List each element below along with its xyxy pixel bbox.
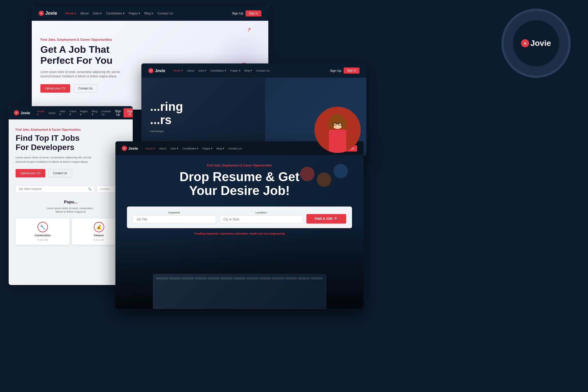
card2-nav-about[interactable]: About (187, 69, 194, 72)
card1-contact-button[interactable]: Contact Us (74, 84, 98, 93)
card2-nav-contact[interactable]: Contact Us (256, 69, 269, 72)
card3-nav-pages[interactable]: Pages ▾ (80, 110, 88, 116)
construction-icon: 🔧 (40, 224, 46, 230)
construction-count: 6 new Job (37, 239, 48, 241)
card3-upload-cv-button[interactable]: Upload your CV (16, 169, 45, 177)
card4-tagline: Find Jobs, Employment & Career Opportuni… (127, 164, 352, 167)
card1-upload-cv-button[interactable]: Upload your CV (40, 84, 70, 93)
card3-nav-contact[interactable]: Contact Us (101, 110, 111, 116)
finance-icon: 💰 (96, 224, 102, 230)
card2-nav-candidates[interactable]: Candidates ▾ (210, 69, 226, 72)
finance-count: 6 new Job (93, 239, 104, 241)
construction-name: Construction (35, 234, 51, 237)
card4-brand-icon: n (122, 146, 127, 151)
card2-body: ...ring ...rs mod tempor (141, 78, 366, 156)
card4-content: Find Jobs, Employment & Career Opportuni… (115, 155, 364, 244)
category-construction[interactable]: 🔧 Construction 6 new Job (16, 218, 70, 245)
woman-svg (314, 107, 361, 153)
card2-nav-jobs[interactable]: Jobs ▾ (198, 69, 206, 72)
card3-popular-title: Popu... (16, 200, 126, 204)
card3-description: Lorem ipsum dolor sit amet, consectetur … (16, 155, 102, 164)
construction-icon-wrap: 🔧 (38, 222, 48, 232)
card2-nav-pages[interactable]: Pages ▾ (230, 69, 240, 72)
card3-popular-section: Popu... Lorem ipsum dolor sit amet, cons… (16, 200, 126, 245)
brand-icon: n (521, 39, 529, 47)
card3-nav-home[interactable]: Home ▾ (37, 110, 44, 116)
card3-search-icon: 🔍 (88, 187, 91, 191)
card3-popular-desc: Lorem ipsum dolor sit amet, consectetur.… (16, 207, 126, 214)
card3-brand-icon: n (14, 110, 19, 115)
card1-nav-links: Home ▾ About Jobs ▾ Candidates ▾ Pages ▾… (65, 12, 227, 15)
card2-nav-blog[interactable]: Blog ▾ (244, 69, 252, 72)
card2-signup-button[interactable]: Sign Up (330, 69, 341, 72)
woman-portrait (314, 107, 361, 153)
card1-nav-actions: Sign Up Sign In (232, 10, 261, 16)
card1-nav-about[interactable]: About (80, 12, 89, 15)
card3-nav-actions: Sign Up Sign In (115, 108, 133, 117)
card4-title: Drop Resume & Get Your Desire Job! (127, 170, 352, 198)
keyword-label: Keyword: (133, 211, 216, 214)
card2-screenshot: n Jovie Home ▾ About Jobs ▾ Candidates ▾… (141, 63, 366, 156)
card2-content: ...ring ...rs mod tempor (141, 78, 309, 156)
card1-title: Get A Job That Perfect For You (40, 44, 179, 66)
card1-nav-pages[interactable]: Pages ▾ (129, 12, 140, 15)
card2-nav-links: Home ▾ About Jobs ▾ Candidates ▾ Pages ▾… (173, 69, 325, 72)
svg-rect-9 (329, 130, 346, 153)
find-job-button[interactable]: FIND A JOB 🔍 (306, 214, 346, 224)
location-field[interactable] (220, 215, 303, 224)
card1-signup-button[interactable]: Sign Up (232, 12, 243, 15)
card2-brand-icon: n (148, 68, 153, 73)
card3-screenshot: n Jovie Home ▾ About Jobs ▾ Cand ▾ Pages… (9, 106, 133, 285)
card3-nav-jobs[interactable]: Jobs ▾ (59, 110, 65, 116)
card3-title: Find Top IT Jobs For Developers (16, 134, 126, 152)
card1-nav-contact[interactable]: Contact Us (157, 12, 173, 15)
card3-buttons: Upload your CV Contact Us (16, 169, 126, 177)
keyword-field[interactable] (133, 215, 216, 224)
brand-logo: n Jovie (521, 39, 551, 48)
card1-brand-icon: n (39, 11, 44, 16)
search-icon: 🔍 (334, 217, 338, 221)
card3-category-cards: 🔧 Construction 6 new Job 💰 Finance 6 new… (16, 218, 126, 245)
card2-brand: n Jovie (148, 68, 165, 73)
card3-keyword-input[interactable] (19, 187, 86, 190)
card3-search-box: 🔍 Location (16, 185, 126, 193)
card3-nav-about[interactable]: About (48, 110, 56, 116)
card1-nav-home[interactable]: Home ▾ (65, 12, 76, 15)
keyword-group: Keyword: (133, 211, 216, 224)
card2-title: ...ring ...rs (150, 100, 300, 127)
card4-brand: n Jovie (122, 146, 138, 151)
card3-tagline: Find Jobs, Employment & Career Opportuni… (16, 128, 126, 131)
card3-signup-button[interactable]: Sign Up (115, 109, 121, 116)
card4-trending: Trending Keywords: Automotive, Education… (127, 232, 352, 235)
card3-nav-links: Home ▾ About Jobs ▾ Cand ▾ Pages ▾ Blog … (37, 110, 111, 116)
card1-nav-jobs[interactable]: Jobs ▾ (93, 12, 102, 15)
keyboard-visual (153, 274, 326, 309)
location-label: Location: (220, 211, 303, 214)
card2-right-image (309, 78, 366, 156)
card2-signin-button[interactable]: Sign In (344, 67, 359, 74)
card2-nav-home[interactable]: Home ▾ (173, 69, 183, 72)
card1-description: Lorem ipsum dolor sit amet, consectetur … (40, 70, 127, 78)
card4-search-form: Keyword: Location: FIND A JOB 🔍 (127, 207, 352, 228)
svg-point-11 (328, 118, 334, 130)
card1-nav-candidates[interactable]: Candidates ▾ (106, 12, 125, 15)
card3-signin-button[interactable]: Sign In (123, 108, 133, 117)
card1-navbar: n Jovie Home ▾ About Jobs ▾ Candidates ▾… (32, 6, 268, 21)
card3-keyword-input-wrap: 🔍 (16, 185, 95, 193)
card1-signin-button[interactable]: Sign In (246, 10, 261, 16)
brand-circle: n Jovie (501, 9, 571, 78)
card1-tagline: Find Jobs, Employment & Career Opportuni… (40, 38, 179, 41)
card3-contact-button[interactable]: Contact Us (48, 169, 72, 177)
finance-icon-wrap: 💰 (94, 222, 104, 232)
card2-nav-actions: Sign Up Sign In (330, 67, 359, 74)
card2-navbar: n Jovie Home ▾ About Jobs ▾ Candidates ▾… (141, 63, 366, 78)
card1-nav-blog[interactable]: Blog ▾ (144, 12, 153, 15)
location-group: Location: (220, 211, 303, 224)
finance-name: Finance (94, 234, 104, 237)
card3-navbar: n Jovie Home ▾ About Jobs ▾ Cand ▾ Pages… (9, 106, 133, 119)
card3-nav-blog[interactable]: Blog ▾ (92, 110, 97, 116)
card4-screenshot: n Jovie Home ▾ About Jobs ▾ Candidates ▾… (115, 141, 364, 309)
card1-brand: n Jovie (39, 11, 57, 16)
card3-nav-candidates[interactable]: Cand ▾ (70, 110, 76, 116)
card3-body: Find Jobs, Employment & Career Opportuni… (9, 119, 133, 253)
